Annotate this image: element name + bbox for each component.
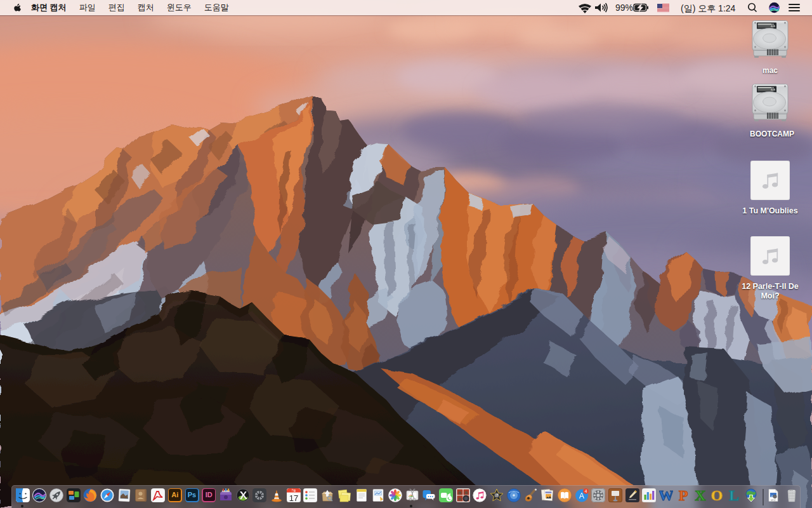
svg-text:X: X	[695, 488, 706, 502]
svg-text:99%: 99%	[615, 3, 633, 13]
svg-text:7월: 7월	[291, 489, 296, 492]
svg-text:17: 17	[289, 493, 298, 502]
svg-text:P: P	[678, 488, 688, 502]
svg-text:A: A	[579, 491, 584, 500]
svg-text:O: O	[711, 488, 723, 502]
svg-text:4: 4	[584, 489, 587, 493]
svg-text:L: L	[729, 488, 739, 502]
svg-text:MOV: MOV	[771, 498, 776, 501]
svg-text:(일) 오후 1:24: (일) 오후 1:24	[681, 3, 736, 13]
svg-text:W: W	[659, 488, 673, 502]
